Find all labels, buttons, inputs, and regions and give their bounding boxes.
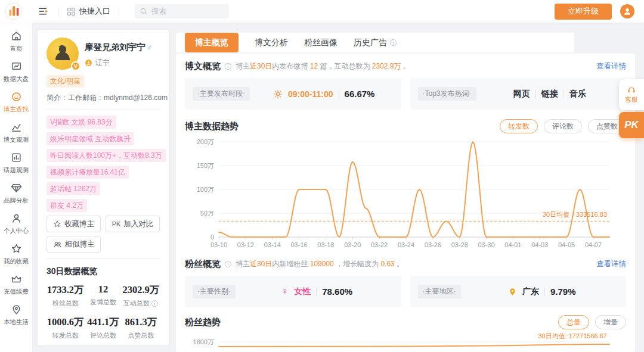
sidebar: 首页数据大盘博主查找博文观测话题观测品牌分析个人中心我的收藏充值续费本地生活 <box>0 23 33 352</box>
sidebar-item-me[interactable]: 个人中心 <box>3 213 29 235</box>
desc-part: 博主 <box>236 62 250 70</box>
stat-value: 1733.2万 <box>47 284 84 297</box>
main-gender-card: ·主要性别· ♀ 女性 78.60% <box>185 276 401 307</box>
info-icon <box>389 39 397 46</box>
sidebar-item-topics[interactable]: 话题观测 <box>3 152 29 175</box>
customer-service-button[interactable]: 客服 <box>619 79 644 110</box>
stat-label: 转发总数 <box>47 331 84 340</box>
desc-highlight: 109000 <box>310 260 334 268</box>
highlight-tag-row: 视频累计播放量16.41亿 <box>47 166 160 179</box>
stat-cell: 2302.9万互动总数 <box>122 284 160 308</box>
svg-text:50万: 50万 <box>200 210 214 217</box>
category-tag: 文化/明星 <box>47 75 84 88</box>
service-label: 客服 <box>625 95 638 104</box>
section-desc: 博主近30日内发布微博 12 篇，互动总数为 2302.9万 。 <box>236 61 410 71</box>
fans-legend-total-pill[interactable]: 总量 <box>558 315 589 329</box>
highlight-tag-row: 超话帖 1262万 <box>47 182 160 195</box>
highlight-tag: 昨日阅读人数100万+，互动数8.3万 <box>47 149 166 162</box>
svg-text:150万: 150万 <box>197 162 214 169</box>
stat-label: 发博总数 <box>84 298 122 307</box>
fans-trend-chart: 1800万30日均值: 17271566.67 <box>181 331 635 352</box>
user-avatar[interactable] <box>620 4 634 18</box>
sidebar-item-posts[interactable]: 博文观测 <box>3 122 29 144</box>
star-icon <box>53 220 61 228</box>
collapse-menu-icon[interactable] <box>38 6 49 17</box>
action-row-2: 相似博主 <box>47 236 160 253</box>
location-pin-icon <box>508 287 517 296</box>
blogger-bio: 简介：工作邮箱：mdlynmd@126.com <box>47 93 160 103</box>
section-title: 粉丝概览 <box>185 258 221 270</box>
hot-word: 网页 <box>513 89 530 99</box>
desc-highlight: 近30日 <box>250 62 272 70</box>
sidebar-item-dashboard[interactable]: 数据大盘 <box>3 61 29 83</box>
quick-entry-label: 快捷入口 <box>79 6 110 17</box>
svg-text:04-03: 04-03 <box>531 241 548 248</box>
upgrade-button[interactable]: 立即升级 <box>555 4 612 20</box>
tab-history-ads[interactable]: 历史广告 <box>354 38 397 48</box>
app-logo-icon[interactable] <box>5 2 23 20</box>
fans-legend-increment-pill[interactable]: 增量 <box>595 315 626 329</box>
pk-float-button[interactable]: PK <box>619 112 644 138</box>
blogger-name: 摩登兄弟刘宇宁♂ <box>85 42 152 53</box>
profile-name-block: 摩登兄弟刘宇宁♂ 辽宁 <box>85 38 152 70</box>
tab-overview[interactable]: 博主概览 <box>185 33 239 52</box>
sidebar-item-label: 话题观测 <box>4 166 29 174</box>
sidebar-item-label: 首页 <box>10 44 23 52</box>
stat-value: 861.3万 <box>122 316 160 329</box>
similar-bloggers-button[interactable]: 相似博主 <box>47 236 101 253</box>
favorite-blogger-button[interactable]: 收藏博主 <box>47 216 101 232</box>
pk-label: PK <box>112 220 121 228</box>
legend-comment-pill[interactable]: 评论数 <box>544 119 582 133</box>
divider <box>544 288 545 296</box>
add-to-compare-button[interactable]: PK 加入对比 <box>106 216 160 232</box>
stat-cell: 861.3万点赞总数 <box>122 316 160 340</box>
profile-header: V 摩登兄弟刘宇宁♂ 辽宁 <box>47 38 160 70</box>
region-group: 广东 9.79% <box>508 286 576 297</box>
svg-text:30日均值: 17271566.67: 30日均值: 17271566.67 <box>538 332 607 339</box>
sidebar-item-label: 品牌分析 <box>4 196 29 204</box>
stat-value: 2302.9万 <box>122 284 160 297</box>
svg-text:03-22: 03-22 <box>371 241 388 248</box>
desc-part: 内新增粉丝 <box>272 260 309 268</box>
dashboard-icon <box>11 61 22 72</box>
divider <box>339 90 339 98</box>
topbar: 快捷入口 搜索 立即升级 <box>0 0 644 23</box>
tab-label: 历史广告 <box>354 38 387 48</box>
tab-post-analysis[interactable]: 博文分析 <box>255 38 288 48</box>
search-input[interactable]: 搜索 <box>135 4 229 18</box>
info-icon <box>224 63 232 70</box>
sidebar-item-local[interactable]: 本地生活 <box>3 304 29 326</box>
male-gender-icon: ♂ <box>147 43 153 52</box>
sidebar-item-brand[interactable]: 品牌分析 <box>3 182 29 205</box>
svg-text:03-14: 03-14 <box>264 241 281 248</box>
people-icon <box>53 240 62 249</box>
verified-v-badge: V <box>71 61 80 71</box>
view-details-link[interactable]: 查看详情 <box>596 61 626 71</box>
blogger-avatar[interactable]: V <box>47 38 79 70</box>
grid-icon <box>67 7 76 16</box>
main-region-card: ·主要地区· 广东 9.79% <box>410 276 627 307</box>
hot-word: 链接 <box>541 89 558 99</box>
tab-fans-portrait[interactable]: 粉丝画像 <box>304 38 338 48</box>
highlight-tag: V指数 文娱 96.83分 <box>47 116 116 129</box>
divider <box>564 90 564 98</box>
svg-text:04-07: 04-07 <box>585 241 602 248</box>
sidebar-item-favorites[interactable]: 我的收藏 <box>3 243 29 266</box>
sidebar-item-home[interactable]: 首页 <box>10 30 23 53</box>
action-row-1: 收藏博主 PK 加入对比 <box>47 216 160 232</box>
sidebar-item-finder[interactable]: 博主查找 <box>3 91 29 114</box>
desc-part: 。 <box>401 62 410 70</box>
sidebar-item-label: 充值续费 <box>4 287 29 295</box>
view-details-link[interactable]: 查看详情 <box>596 259 626 269</box>
sidebar-item-label: 本地生活 <box>4 317 29 326</box>
highlight-tag-row: V指数 文娱 96.83分 <box>47 116 160 129</box>
post-trend-icon <box>11 122 22 133</box>
legend-repost-pill[interactable]: 转发数 <box>500 119 538 133</box>
divider <box>47 109 160 110</box>
tab-label: 粉丝画像 <box>304 38 338 48</box>
quick-entry-menu[interactable]: 快捷入口 <box>67 6 110 17</box>
highlight-tag-row: 昨日阅读人数100万+，互动数8.3万 <box>47 149 160 162</box>
sidebar-item-recharge[interactable]: 充值续费 <box>3 273 29 296</box>
divider <box>58 7 58 15</box>
svg-text:03-12: 03-12 <box>237 241 254 248</box>
